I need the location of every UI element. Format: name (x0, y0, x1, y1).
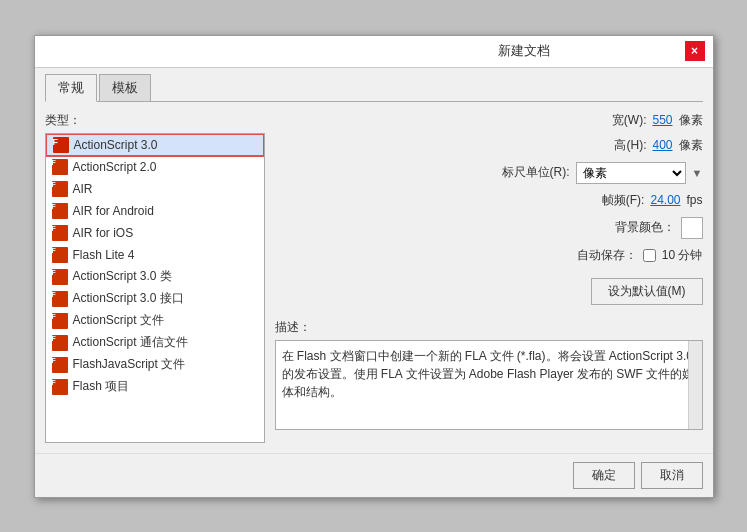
close-button[interactable]: × (685, 41, 705, 61)
flash-icon-flash-proj: F (52, 379, 68, 395)
default-btn-row: 设为默认值(M) (275, 272, 703, 305)
list-item-flash-proj[interactable]: F Flash 项目 (46, 376, 264, 398)
bg-label: 背景颜色： (615, 219, 675, 236)
flash-icon-as30-interface: F (52, 291, 68, 307)
ruler-select[interactable]: 像素 (576, 162, 686, 184)
list-item-flash-lite4[interactable]: F Flash Lite 4 (46, 244, 264, 266)
ruler-label: 标尺单位(R): (502, 164, 570, 181)
width-unit: 像素 (679, 112, 703, 129)
list-item-flash-proj-label: Flash 项目 (73, 378, 130, 395)
fps-label: 帧频(F): (602, 192, 645, 209)
width-value[interactable]: 550 (652, 113, 672, 127)
content-area: 类型： F ActionScript 3.0 F ActionScript 2.… (35, 102, 713, 453)
list-item-as30-interface[interactable]: F ActionScript 3.0 接口 (46, 288, 264, 310)
autosave-checkbox[interactable] (643, 249, 656, 262)
type-list: F ActionScript 3.0 F ActionScript 2.0 F … (45, 133, 265, 443)
list-item-air[interactable]: F AIR (46, 178, 264, 200)
ok-button[interactable]: 确定 (573, 462, 635, 489)
flash-icon-as-comms: F (52, 335, 68, 351)
desc-box: 在 Flash 文档窗口中创建一个新的 FLA 文件 (*.fla)。将会设置 … (275, 340, 703, 430)
bottom-bar: 确定 取消 (35, 453, 713, 497)
bg-color-picker[interactable] (681, 217, 703, 239)
autosave-row: 自动保存： 10 分钟 (275, 247, 703, 264)
list-item-as30-class[interactable]: F ActionScript 3.0 类 (46, 266, 264, 288)
list-item-flash-lite4-label: Flash Lite 4 (73, 248, 135, 262)
list-item-flash-js-label: FlashJavaScript 文件 (73, 356, 186, 373)
list-item-air-ios[interactable]: F AIR for iOS (46, 222, 264, 244)
fps-unit: fps (686, 193, 702, 207)
set-default-button[interactable]: 设为默认值(M) (591, 278, 703, 305)
flash-icon-as30-class: F (52, 269, 68, 285)
flash-icon-as20: F (52, 159, 68, 175)
tab-general[interactable]: 常规 (45, 74, 97, 102)
fps-row: 帧频(F): 24.00 fps (275, 192, 703, 209)
list-item-as30[interactable]: F ActionScript 3.0 (46, 134, 264, 156)
height-unit: 像素 (679, 137, 703, 154)
width-row: 宽(W): 550 像素 (275, 112, 703, 129)
flash-icon-flash-lite4: F (52, 247, 68, 263)
ruler-dropdown-icon: ▼ (692, 167, 703, 179)
flash-icon-air-android: F (52, 203, 68, 219)
cancel-button[interactable]: 取消 (641, 462, 703, 489)
list-item-as30-interface-label: ActionScript 3.0 接口 (73, 290, 184, 307)
flash-icon-as30: F (53, 137, 69, 153)
description-section: 描述： 在 Flash 文档窗口中创建一个新的 FLA 文件 (*.fla)。将… (275, 319, 703, 430)
height-label: 高(H): (614, 137, 646, 154)
list-item-air-android[interactable]: F AIR for Android (46, 200, 264, 222)
autosave-label: 自动保存： (577, 247, 637, 264)
list-item-air-ios-label: AIR for iOS (73, 226, 134, 240)
list-item-as20[interactable]: F ActionScript 2.0 (46, 156, 264, 178)
flash-icon-flash-js: F (52, 357, 68, 373)
left-panel: 类型： F ActionScript 3.0 F ActionScript 2.… (45, 112, 265, 443)
type-label: 类型： (45, 112, 265, 129)
ruler-row: 标尺单位(R): 像素 ▼ (275, 162, 703, 184)
flash-icon-air: F (52, 181, 68, 197)
desc-scrollbar[interactable] (688, 341, 702, 429)
dialog-title: 新建文档 (364, 42, 685, 60)
height-value[interactable]: 400 (652, 138, 672, 152)
list-item-as30-class-label: ActionScript 3.0 类 (73, 268, 172, 285)
width-label: 宽(W): (612, 112, 647, 129)
list-item-as-file-label: ActionScript 文件 (73, 312, 164, 329)
list-item-as20-label: ActionScript 2.0 (73, 160, 157, 174)
fps-value[interactable]: 24.00 (650, 193, 680, 207)
autosave-minutes: 10 分钟 (662, 247, 703, 264)
list-item-as-file[interactable]: F ActionScript 文件 (46, 310, 264, 332)
bg-row: 背景颜色： (275, 217, 703, 239)
title-bar: 新建文档 × (35, 36, 713, 68)
flash-icon-air-ios: F (52, 225, 68, 241)
list-item-flash-js[interactable]: F FlashJavaScript 文件 (46, 354, 264, 376)
list-item-as-comms[interactable]: F ActionScript 通信文件 (46, 332, 264, 354)
list-item-air-android-label: AIR for Android (73, 204, 154, 218)
right-panel: 宽(W): 550 像素 高(H): 400 像素 标尺单位(R): 像素 ▼ … (275, 112, 703, 443)
list-item-air-label: AIR (73, 182, 93, 196)
flash-icon-as-file: F (52, 313, 68, 329)
tab-template[interactable]: 模板 (99, 74, 151, 101)
desc-text: 在 Flash 文档窗口中创建一个新的 FLA 文件 (*.fla)。将会设置 … (282, 349, 695, 399)
new-document-dialog: 新建文档 × 常规 模板 类型： F ActionScript 3.0 F Ac… (34, 35, 714, 498)
desc-label: 描述： (275, 319, 703, 336)
height-row: 高(H): 400 像素 (275, 137, 703, 154)
list-item-as-comms-label: ActionScript 通信文件 (73, 334, 188, 351)
tabs-bar: 常规 模板 (35, 68, 713, 101)
list-item-as30-label: ActionScript 3.0 (74, 138, 158, 152)
